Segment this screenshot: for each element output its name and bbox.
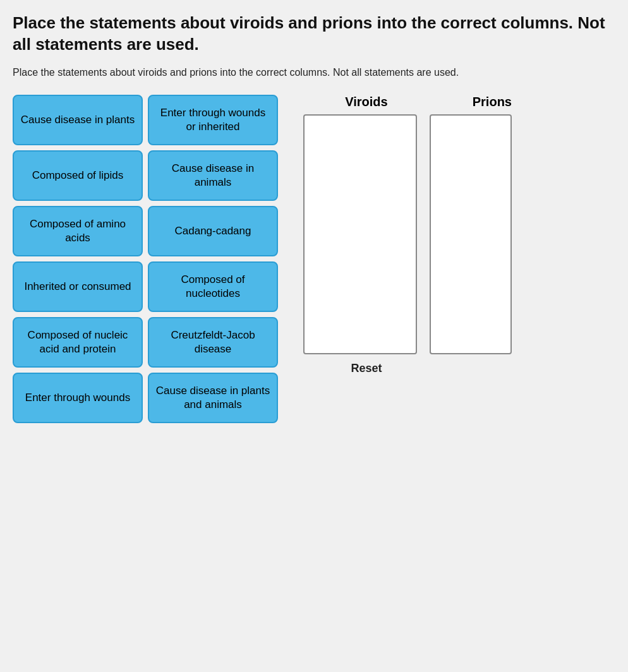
statement-card-s3[interactable]: Composed of lipids <box>13 150 143 201</box>
statement-card-s11[interactable]: Enter through wounds <box>13 373 143 423</box>
statement-card-s7[interactable]: Inherited or consumed <box>13 261 143 312</box>
statement-card-s4[interactable]: Cause disease in animals <box>148 150 278 201</box>
statement-card-s8[interactable]: Composed of nucleotides <box>148 261 278 312</box>
statements-grid: Cause disease in plantsEnter through wou… <box>13 95 278 423</box>
reset-row: Reset <box>303 362 615 375</box>
main-title: Place the statements about viroids and p… <box>13 13 615 56</box>
viroids-drop-box[interactable] <box>303 114 417 354</box>
sub-title: Place the statements about viroids and p… <box>13 66 615 80</box>
statement-card-s9[interactable]: Composed of nucleic acid and protein <box>13 317 143 368</box>
drop-area: Viroids Prions Reset <box>303 95 615 375</box>
viroids-label: Viroids <box>310 95 423 109</box>
prions-label: Prions <box>436 95 518 109</box>
statement-card-s1[interactable]: Cause disease in plants <box>13 95 143 145</box>
statement-card-s12[interactable]: Cause disease in plants and animals <box>148 373 278 423</box>
content-area: Cause disease in plantsEnter through wou… <box>13 95 615 423</box>
statement-card-s10[interactable]: Creutzfeldt-Jacob disease <box>148 317 278 368</box>
drop-columns <box>303 114 615 354</box>
statement-card-s5[interactable]: Composed of amino acids <box>13 206 143 256</box>
columns-header: Viroids Prions <box>303 95 615 109</box>
statement-card-s6[interactable]: Cadang-cadang <box>148 206 278 256</box>
statement-card-s2[interactable]: Enter through wounds or inherited <box>148 95 278 145</box>
reset-button[interactable]: Reset <box>310 362 423 375</box>
prions-drop-box[interactable] <box>430 114 512 354</box>
